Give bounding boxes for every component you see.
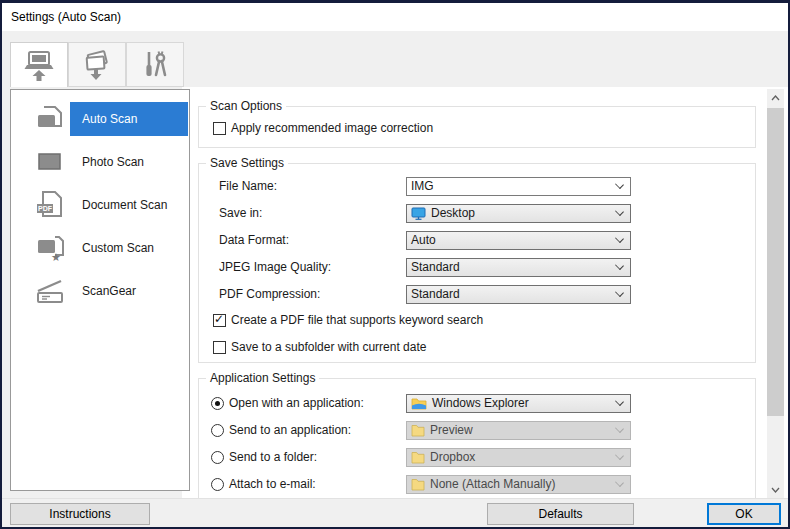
combo-value: Standard: [411, 260, 460, 274]
send-to-app-combo: Preview: [406, 421, 631, 440]
list-item-label: Photo Scan: [82, 155, 144, 169]
custom-scan-icon: ★: [35, 233, 65, 263]
chevron-up-icon: [771, 95, 780, 101]
scroll-down-button[interactable]: [767, 481, 784, 498]
list-item-label: Document Scan: [82, 198, 167, 212]
save-in-combo[interactable]: Desktop: [406, 204, 631, 223]
auto-scan-icon: [35, 104, 65, 134]
attach-email-row: Attach to e-mail:: [211, 476, 316, 492]
scan-to-computer-icon: [21, 50, 57, 82]
group-application-settings: Application Settings Open with an applic…: [198, 378, 756, 498]
subfolder-date-row: Save to a subfolder with current date: [213, 339, 426, 355]
folder-icon: [411, 477, 425, 491]
apply-correction-row: Apply recommended image correction: [213, 120, 433, 136]
scroll-up-button[interactable]: [767, 89, 784, 106]
open-with-app-combo[interactable]: Windows Explorer: [406, 394, 631, 413]
attach-email-combo: None (Attach Manually): [406, 475, 631, 494]
tab-scan-from-computer[interactable]: [10, 42, 68, 89]
jpeg-quality-combo[interactable]: Standard: [406, 258, 631, 277]
list-item-label: Custom Scan: [82, 241, 154, 255]
chevron-down-icon: [615, 424, 624, 433]
pdf-keyword-checkbox[interactable]: [213, 314, 226, 327]
document-scan-icon: PDF: [35, 190, 65, 220]
chevron-down-icon: [615, 207, 624, 216]
window-title: Settings (Auto Scan): [11, 10, 121, 24]
checkbox-label: Save to a subfolder with current date: [231, 340, 426, 354]
pdf-compression-combo[interactable]: Standard: [406, 285, 631, 304]
combo-value: Preview: [430, 423, 473, 437]
chevron-down-icon: [771, 487, 780, 493]
chevron-down-icon: [615, 478, 624, 487]
combo-value: Windows Explorer: [432, 396, 529, 410]
footer-bar: Instructions Defaults OK: [2, 498, 788, 528]
list-item-label: ScanGear: [82, 284, 136, 298]
defaults-button[interactable]: Defaults: [487, 503, 634, 525]
main-area: Auto Scan Photo Scan PDF: [2, 87, 788, 498]
folder-icon: [411, 423, 425, 437]
group-title: Save Settings: [206, 156, 288, 170]
group-title: Scan Options: [206, 99, 286, 113]
desktop-icon: [411, 207, 426, 220]
group-title: Application Settings: [206, 371, 319, 385]
settings-dialog: Settings (Auto Scan): [0, 0, 790, 529]
tab-strip: [2, 31, 788, 87]
scrollbar-thumb[interactable]: [767, 108, 784, 416]
profile-list: Auto Scan Photo Scan PDF: [10, 89, 190, 491]
list-item-label: Auto Scan: [82, 112, 137, 126]
file-name-combo[interactable]: IMG: [406, 177, 631, 196]
field-label: PDF Compression:: [219, 287, 320, 301]
list-item-document-scan[interactable]: PDF Document Scan: [11, 183, 189, 226]
scan-document-output-icon: [79, 49, 115, 81]
chevron-down-icon: [615, 288, 624, 297]
svg-text:PDF: PDF: [38, 205, 53, 212]
apply-correction-checkbox[interactable]: [213, 122, 226, 135]
folder-icon: [411, 450, 425, 464]
checkbox-label: Apply recommended image correction: [231, 121, 433, 135]
field-label: Save in:: [219, 206, 262, 220]
combo-value: Dropbox: [430, 450, 475, 464]
windows-explorer-icon: [411, 396, 427, 410]
photo-scan-icon: [35, 147, 65, 177]
send-to-app-row: Send to an application:: [211, 422, 351, 438]
radio-label: Send to an application:: [229, 423, 351, 437]
radio-label: Attach to e-mail:: [229, 477, 316, 491]
chevron-down-icon: [615, 451, 624, 460]
group-scan-options: Scan Options Apply recommended image cor…: [198, 106, 756, 148]
tools-icon: [137, 49, 173, 81]
send-to-folder-radio[interactable]: [211, 451, 224, 464]
subfolder-date-checkbox[interactable]: [213, 341, 226, 354]
list-item-custom-scan[interactable]: ★ Custom Scan: [11, 226, 189, 269]
open-with-app-radio[interactable]: [211, 397, 224, 410]
chevron-down-icon: [615, 397, 624, 406]
radio-label: Send to a folder:: [229, 450, 317, 464]
vertical-scrollbar[interactable]: [767, 89, 784, 498]
send-to-folder-row: Send to a folder:: [211, 449, 317, 465]
checkbox-label: Create a PDF file that supports keyword …: [231, 313, 483, 327]
scangear-icon: [35, 276, 65, 306]
title-bar: Settings (Auto Scan): [2, 3, 788, 31]
attach-email-radio[interactable]: [211, 478, 224, 491]
svg-text:★: ★: [51, 251, 61, 263]
instructions-button[interactable]: Instructions: [10, 503, 150, 525]
field-label: Data Format:: [219, 233, 289, 247]
field-label: JPEG Image Quality:: [219, 260, 331, 274]
combo-value: None (Attach Manually): [430, 477, 555, 491]
combo-value: Auto: [411, 233, 436, 247]
ok-button[interactable]: OK: [707, 503, 781, 525]
list-item-scangear[interactable]: ScanGear: [11, 269, 189, 312]
combo-value: Standard: [411, 287, 460, 301]
field-label: File Name:: [219, 179, 277, 193]
pdf-keyword-row: Create a PDF file that supports keyword …: [213, 312, 483, 328]
send-to-app-radio[interactable]: [211, 424, 224, 437]
list-item-auto-scan[interactable]: Auto Scan: [11, 97, 189, 140]
tab-general-settings[interactable]: [126, 42, 184, 87]
radio-label: Open with an application:: [229, 396, 364, 410]
chevron-down-icon: [615, 261, 624, 270]
data-format-combo[interactable]: Auto: [406, 231, 631, 250]
list-item-photo-scan[interactable]: Photo Scan: [11, 140, 189, 183]
combo-value: Desktop: [431, 206, 475, 220]
tab-scan-output[interactable]: [68, 42, 126, 87]
open-with-app-row: Open with an application:: [211, 395, 364, 411]
combo-value: IMG: [411, 179, 434, 193]
chevron-down-icon: [615, 180, 624, 189]
